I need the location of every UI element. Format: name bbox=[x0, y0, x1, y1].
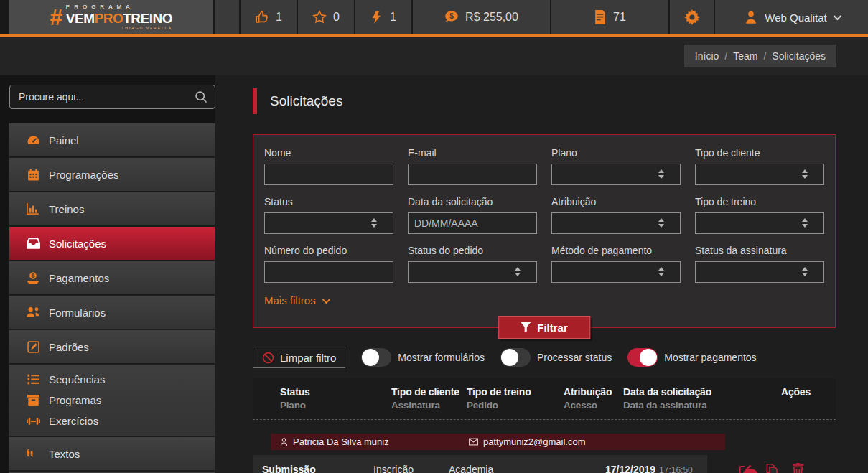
toggle-group-formularios: Mostrar formulários bbox=[361, 348, 485, 367]
breadcrumb-item-inicio[interactable]: Início bbox=[695, 50, 719, 62]
nome-input[interactable] bbox=[264, 164, 393, 185]
settings-button[interactable] bbox=[668, 0, 714, 34]
trash-icon[interactable] bbox=[792, 463, 804, 473]
hash-icon: # bbox=[50, 6, 62, 29]
filter-field-tipo-treino: Tipo de treino bbox=[695, 196, 824, 234]
sidebar-item-label: Padrões bbox=[49, 341, 89, 353]
clear-filter-label: Limpar filtro bbox=[280, 352, 336, 364]
client-name: Patricia Da Silva muniz bbox=[293, 436, 389, 447]
tipo-treino-select[interactable] bbox=[695, 212, 824, 234]
sidebar-item-formularios[interactable]: Formulários bbox=[9, 296, 215, 330]
user-menu[interactable]: Web Qualitat bbox=[714, 0, 868, 34]
star-icon bbox=[312, 10, 327, 24]
mostrar-formularios-toggle[interactable] bbox=[361, 348, 391, 367]
svg-text:$: $ bbox=[449, 12, 454, 20]
user-icon bbox=[744, 10, 758, 24]
col-tipo-treino[interactable]: Tipo de treinoPedido bbox=[467, 385, 564, 412]
calendar-icon bbox=[26, 169, 40, 181]
tipo-cliente-select[interactable] bbox=[695, 164, 824, 185]
main-content: Solicitações Nome E-mail Plano bbox=[215, 75, 868, 473]
toggle-label: Processar status bbox=[537, 352, 612, 363]
select-arrows-icon bbox=[802, 218, 808, 228]
sidebar-item-padroes[interactable]: Padrões bbox=[9, 330, 215, 365]
cell-status: Submissão bbox=[262, 464, 373, 473]
sidebar-item-sequencias[interactable]: Sequências bbox=[9, 369, 215, 390]
select-arrows-icon bbox=[658, 169, 664, 179]
filter-field-metodo-pagamento: Método de pagamento bbox=[551, 245, 681, 283]
likes-counter[interactable]: 1 bbox=[239, 0, 297, 34]
user-name: Web Qualitat bbox=[765, 11, 826, 24]
gauge-icon bbox=[26, 134, 40, 146]
quote-icon bbox=[26, 449, 40, 459]
requests-table: StatusPlano Tipo de clienteAssinatura Ti… bbox=[253, 378, 836, 473]
sidebar-item-solicitacoes[interactable]: Solicitações bbox=[9, 227, 215, 261]
status-assinatura-select[interactable] bbox=[695, 261, 824, 283]
money-deposit-icon: $ bbox=[26, 272, 40, 284]
sidebar-item-label: Pagamentos bbox=[49, 272, 109, 284]
client-email: pattymuniz2@gmail.com bbox=[483, 436, 586, 447]
sidebar-item-textos[interactable]: Textos bbox=[9, 437, 215, 472]
processar-status-toggle[interactable] bbox=[500, 348, 531, 367]
copy-icon[interactable] bbox=[765, 463, 779, 473]
field-label: Atribuição bbox=[551, 196, 681, 207]
col-acoes: Ações bbox=[778, 385, 836, 412]
sidebar-item-programas[interactable]: Programas bbox=[9, 390, 215, 411]
filter-field-atribuicao: Atribuição bbox=[551, 196, 681, 234]
field-label: Status bbox=[264, 196, 393, 207]
toggle-group-processar: Processar status bbox=[500, 348, 612, 367]
filter-field-numero-pedido: Número do pedido bbox=[264, 245, 393, 283]
title-accent-bar bbox=[253, 88, 257, 114]
filter-button[interactable]: Filtrar bbox=[498, 316, 590, 339]
brand-logo[interactable]: # PROGRAMA VEMPROTREINO THIAGO VARELLA bbox=[7, 0, 213, 34]
sidebar-item-treinos[interactable]: Treinos bbox=[9, 192, 215, 227]
breadcrumb-separator: / bbox=[763, 50, 766, 62]
sidebar-item-pagamentos[interactable]: $ Pagamentos bbox=[9, 261, 215, 296]
status-pedido-select[interactable] bbox=[408, 261, 537, 283]
breadcrumb-item-team[interactable]: Team bbox=[733, 50, 757, 62]
invoices-counter[interactable]: 71 bbox=[550, 0, 668, 34]
logo-brand-text: VEMPROTREINO bbox=[66, 11, 172, 25]
chevron-down-icon bbox=[833, 12, 841, 20]
toggle-label: Mostrar formulários bbox=[398, 352, 485, 363]
clear-filter-button[interactable]: Limpar filtro bbox=[253, 347, 345, 368]
plano-select[interactable] bbox=[551, 164, 681, 185]
client-band: Patricia Da Silva muniz pattymuniz2@gmai… bbox=[271, 434, 725, 450]
status-select[interactable] bbox=[264, 212, 393, 234]
more-filters-link[interactable]: Mais filtros bbox=[264, 294, 328, 306]
filter-field-status-pedido: Status do pedido bbox=[408, 245, 537, 283]
activity-counter[interactable]: 1 bbox=[354, 0, 411, 34]
favorites-counter[interactable]: 0 bbox=[297, 0, 354, 34]
numero-pedido-input[interactable] bbox=[264, 261, 393, 283]
col-data[interactable]: Data da solicitaçãoData da assinatura bbox=[623, 385, 778, 412]
search-icon[interactable] bbox=[194, 90, 208, 104]
metodo-pagamento-select[interactable] bbox=[551, 261, 681, 283]
atribuicao-select[interactable] bbox=[551, 212, 681, 234]
sidebar: Painel Programações Treinos Solicitações… bbox=[0, 75, 215, 473]
field-label: Data da solicitação bbox=[408, 196, 537, 207]
email-input[interactable] bbox=[408, 164, 537, 185]
mostrar-pagamentos-toggle[interactable] bbox=[627, 348, 658, 367]
col-tipo-cliente[interactable]: Tipo de clienteAssinatura bbox=[391, 385, 467, 412]
search-input[interactable] bbox=[9, 85, 215, 109]
activity-count: 1 bbox=[390, 11, 396, 24]
sidebar-item-programacoes[interactable]: Programações bbox=[9, 158, 215, 192]
select-arrows-icon bbox=[658, 218, 664, 228]
data-solicitacao-input[interactable] bbox=[408, 212, 537, 234]
select-arrows-icon bbox=[515, 267, 521, 276]
table-actions-row: Limpar filtro Mostrar formulários Proces… bbox=[253, 347, 836, 368]
balance-counter[interactable]: $ R$ 255,00 bbox=[411, 0, 550, 34]
balance-value: R$ 255,00 bbox=[465, 11, 518, 24]
client-email-cell: pattymuniz2@gmail.com bbox=[469, 436, 725, 447]
gear-icon bbox=[684, 9, 700, 25]
filter-button-label: Filtrar bbox=[537, 322, 568, 334]
col-status[interactable]: StatusPlano bbox=[280, 385, 391, 412]
sidebar-item-painel[interactable]: Painel bbox=[9, 123, 215, 158]
select-arrows-icon bbox=[658, 267, 664, 276]
dumbbell-icon bbox=[26, 416, 40, 426]
thumbs-up-icon bbox=[255, 10, 269, 24]
logo-program-text: PROGRAMA bbox=[66, 4, 172, 10]
col-atribuicao[interactable]: AtribuiçãoAcesso bbox=[564, 385, 623, 412]
topbar-spacer bbox=[213, 0, 239, 34]
sidebar-item-exercicios[interactable]: Exercícios bbox=[9, 411, 215, 431]
cell-tipo-cliente: Inscrição bbox=[373, 464, 449, 473]
